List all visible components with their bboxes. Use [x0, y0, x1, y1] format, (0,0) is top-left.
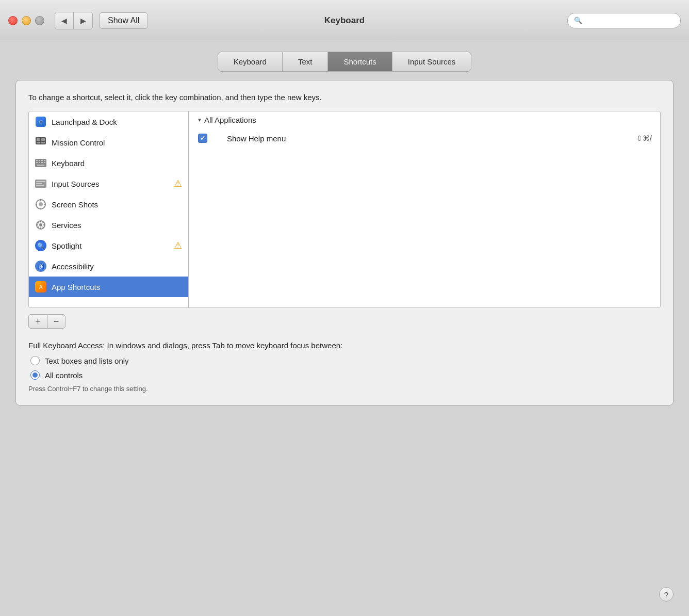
sidebar-item-screenshots[interactable]: Screen Shots [29, 194, 188, 215]
radio-all-controls[interactable]: All controls [30, 370, 661, 380]
mission-control-icon [35, 137, 46, 148]
maximize-button[interactable] [35, 16, 44, 25]
control-hint: Press Control+F7 to change this setting. [28, 385, 661, 393]
svg-rect-17 [36, 183, 42, 184]
sidebar-item-mission[interactable]: Mission Control [29, 132, 188, 153]
svg-rect-13 [44, 162, 45, 163]
svg-rect-16 [36, 181, 45, 182]
svg-rect-4 [41, 142, 45, 143]
right-panel: ▼ All Applications ✓ Show Help menu ⇧⌘/ [189, 111, 660, 307]
screenshots-icon [35, 199, 46, 210]
spotlight-icon: 🔍 [35, 240, 46, 251]
tab-shortcuts[interactable]: Shortcuts [328, 52, 392, 71]
sidebar-item-launchpad[interactable]: ⊞ Launchpad & Dock [29, 111, 188, 132]
search-input[interactable] [585, 17, 674, 25]
accessibility-icon: ♿ [35, 261, 46, 272]
radio-all-controls-circle [30, 370, 40, 380]
main-content: Keyboard Text Shortcuts Input Sources To… [0, 41, 689, 616]
tabs-container: Keyboard Text Shortcuts Input Sources [15, 52, 674, 72]
svg-point-20 [39, 202, 43, 206]
sidebar-item-app-shortcuts[interactable]: A App Shortcuts [29, 277, 188, 297]
tab-input-sources[interactable]: Input Sources [392, 52, 471, 71]
svg-rect-10 [36, 162, 38, 163]
search-icon: 🔍 [574, 17, 582, 24]
sidebar-item-accessibility[interactable]: ♿ Accessibility [29, 256, 188, 277]
svg-rect-2 [41, 138, 45, 141]
svg-rect-11 [39, 162, 40, 163]
remove-shortcut-button[interactable]: − [47, 314, 65, 329]
sidebar-item-label-spotlight: Spotlight [52, 241, 81, 250]
shortcuts-columns: ⊞ Launchpad & Dock [28, 111, 661, 308]
sidebar-item-label-screenshots: Screen Shots [52, 200, 98, 209]
show-all-button[interactable]: Show All [99, 12, 148, 29]
add-shortcut-button[interactable]: + [28, 314, 47, 329]
svg-point-26 [39, 223, 42, 226]
sidebar-item-label-services: Services [52, 221, 81, 230]
services-icon [35, 219, 46, 231]
keyboard-access-title: Full Keyboard Access: In windows and dia… [28, 341, 661, 350]
sidebar-item-label-input-sources: Input Sources [52, 180, 100, 188]
svg-rect-14 [37, 165, 44, 166]
spotlight-warning-icon: ⚠ [174, 240, 182, 251]
svg-rect-3 [37, 142, 40, 143]
instruction-text: To change a shortcut, select it, click t… [28, 93, 661, 102]
tab-bar: Keyboard Text Shortcuts Input Sources [218, 52, 472, 72]
radio-dot [32, 372, 38, 378]
input-sources-icon [35, 178, 46, 189]
forward-button[interactable]: ▶ [74, 12, 92, 29]
radio-text-boxes-circle [30, 356, 40, 365]
sidebar-item-label-launchpad: Launchpad & Dock [52, 118, 117, 126]
tab-keyboard[interactable]: Keyboard [218, 52, 283, 71]
triangle-icon: ▼ [197, 117, 202, 123]
minimize-button[interactable] [22, 16, 31, 25]
show-help-keys: ⇧⌘/ [636, 134, 652, 142]
radio-all-controls-label: All controls [45, 371, 83, 380]
sidebar-item-label-mission: Mission Control [52, 138, 105, 147]
all-apps-label: All Applications [204, 116, 256, 124]
radio-text-boxes[interactable]: Text boxes and lists only [30, 356, 661, 365]
svg-rect-18 [36, 185, 44, 186]
all-apps-header: ▼ All Applications [189, 111, 660, 128]
add-remove-buttons: + − [28, 314, 661, 329]
app-shortcuts-icon: A [35, 281, 46, 293]
svg-rect-9 [44, 160, 45, 161]
shortcut-row-show-help[interactable]: ✓ Show Help menu ⇧⌘/ [189, 128, 660, 148]
sidebar-item-spotlight[interactable]: 🔍 Spotlight ⚠ [29, 235, 188, 256]
window-controls [8, 16, 44, 25]
sidebar-item-input-sources[interactable]: Input Sources ⚠ [29, 173, 188, 194]
sidebar-list: ⊞ Launchpad & Dock [29, 111, 189, 307]
keyboard-access-section: Full Keyboard Access: In windows and dia… [28, 341, 661, 393]
checkbox-checked-icon: ✓ [198, 134, 207, 143]
radio-group: Text boxes and lists only All controls [30, 356, 661, 380]
svg-rect-12 [41, 162, 43, 163]
sidebar-item-label-accessibility: Accessibility [52, 262, 94, 271]
sidebar-item-label-keyboard: Keyboard [52, 159, 85, 168]
window-title: Keyboard [324, 15, 365, 26]
keyboard-icon [35, 157, 46, 169]
nav-buttons: ◀ ▶ [55, 12, 93, 29]
help-button[interactable]: ? [659, 587, 674, 602]
back-button[interactable]: ◀ [55, 12, 74, 29]
svg-rect-6 [36, 160, 38, 161]
svg-rect-8 [41, 160, 43, 161]
title-bar: ◀ ▶ Show All Keyboard 🔍 [0, 0, 689, 41]
search-bar: 🔍 [567, 13, 681, 28]
shortcuts-panel: To change a shortcut, select it, click t… [15, 80, 674, 406]
svg-rect-1 [37, 138, 40, 141]
sidebar-item-services[interactable]: Services [29, 215, 188, 235]
show-help-label: Show Help menu [217, 134, 628, 143]
input-sources-warning-icon: ⚠ [174, 178, 182, 189]
launchpad-icon: ⊞ [35, 116, 46, 127]
close-button[interactable] [8, 16, 18, 25]
svg-rect-7 [39, 160, 40, 161]
sidebar-item-label-app-shortcuts: App Shortcuts [52, 283, 100, 291]
show-help-checkbox[interactable]: ✓ [197, 133, 208, 144]
sidebar-item-keyboard[interactable]: Keyboard [29, 153, 188, 173]
tab-text[interactable]: Text [283, 52, 329, 71]
radio-text-boxes-label: Text boxes and lists only [45, 356, 129, 365]
